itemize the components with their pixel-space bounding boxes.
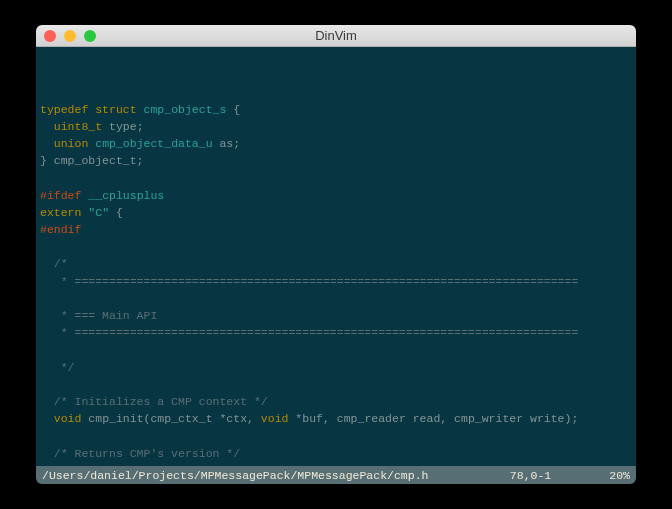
traffic-lights: [44, 30, 96, 42]
code-content[interactable]: typedef struct cmp_object_s { uint8_t ty…: [36, 81, 636, 466]
pp-endif: #endif: [40, 223, 81, 236]
kw-void: void: [261, 412, 289, 425]
comment-line: * ======================================…: [40, 326, 578, 339]
window-title: DinVim: [36, 28, 636, 43]
editor-area[interactable]: typedef struct cmp_object_s { uint8_t ty…: [36, 47, 636, 466]
func-decl: );: [226, 464, 240, 466]
field-as: as;: [213, 137, 241, 150]
zoom-icon[interactable]: [84, 30, 96, 42]
comment-line: /* Initializes a CMP context */: [40, 395, 268, 408]
field-type: type;: [102, 120, 143, 133]
app-window: DinVim typedef struct cmp_object_s { uin…: [36, 25, 636, 484]
status-filepath: /Users/daniel/Projects/MPMessagePack/MPM…: [42, 469, 510, 482]
kw-typedef: typedef: [40, 103, 88, 116]
kw-union: union: [54, 137, 89, 150]
comment-line: /* Returns CMP's version */: [40, 447, 240, 460]
string-c: "C": [88, 206, 109, 219]
func-decl: cmp_version(: [109, 464, 199, 466]
pp-ifdef: #ifdef: [40, 189, 81, 202]
status-cursor-pos: 78,0-1: [510, 469, 551, 482]
comment-line: */: [40, 361, 75, 374]
close-struct: } cmp_object_t;: [40, 154, 144, 167]
open-brace: {: [226, 103, 240, 116]
comment-line: * === Main API: [40, 309, 157, 322]
status-scroll-pct: 20%: [609, 469, 630, 482]
kw-type: uint8_t: [54, 120, 102, 133]
kw-type: uint32_t: [54, 464, 109, 466]
kw-void: void: [199, 464, 227, 466]
close-icon[interactable]: [44, 30, 56, 42]
func-decl: *buf, cmp_reader read, cmp_writer write)…: [288, 412, 578, 425]
kw-struct: struct: [95, 103, 136, 116]
comment-line: /*: [40, 257, 68, 270]
func-decl: cmp_init(cmp_ctx_t *ctx,: [81, 412, 260, 425]
pp-cond: __cplusplus: [88, 189, 164, 202]
titlebar[interactable]: DinVim: [36, 25, 636, 47]
minimize-icon[interactable]: [64, 30, 76, 42]
open-brace-extern: {: [109, 206, 123, 219]
union-name: cmp_object_data_u: [95, 137, 212, 150]
struct-name: cmp_object_s: [144, 103, 227, 116]
status-line: /Users/daniel/Projects/MPMessagePack/MPM…: [36, 466, 636, 484]
kw-extern: extern: [40, 206, 81, 219]
kw-void: void: [54, 412, 82, 425]
comment-line: * ======================================…: [40, 275, 578, 288]
